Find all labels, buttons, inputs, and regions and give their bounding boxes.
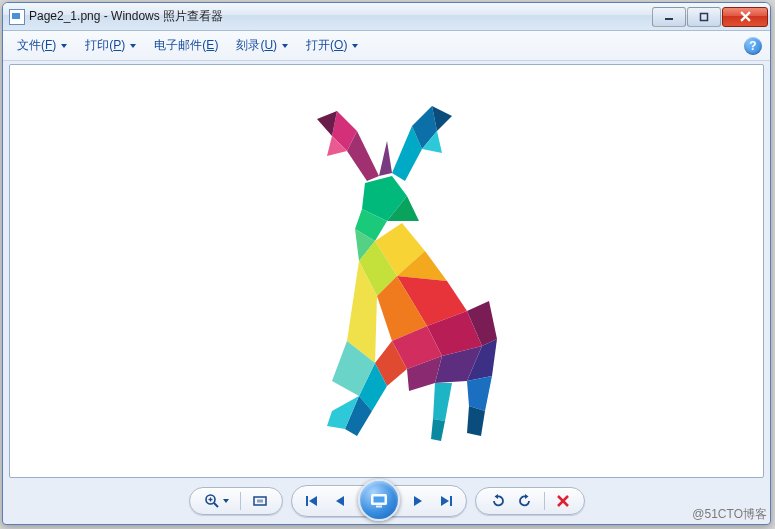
minimize-icon xyxy=(664,12,674,22)
svg-marker-46 xyxy=(336,496,344,506)
svg-marker-50 xyxy=(414,496,422,506)
slideshow-button[interactable] xyxy=(358,479,400,521)
chevron-down-icon xyxy=(61,44,67,48)
delete-button[interactable] xyxy=(552,492,574,510)
titlebar[interactable]: Page2_1.png - Windows 照片查看器 xyxy=(3,3,770,31)
separator xyxy=(240,492,241,510)
photo-viewer-window: Page2_1.png - Windows 照片查看器 文件(F) 打印(P) … xyxy=(2,2,771,525)
fit-to-window-button[interactable] xyxy=(248,491,272,511)
svg-marker-36 xyxy=(433,383,452,421)
chevron-down-icon xyxy=(282,44,288,48)
delete-icon xyxy=(556,494,570,508)
svg-marker-27 xyxy=(467,376,492,411)
rotate-ccw-button[interactable] xyxy=(486,491,510,511)
menubar: 文件(F) 打印(P) 电子邮件(E) 刻录(U) 打开(O) ? xyxy=(3,31,770,61)
menu-open[interactable]: 打开(O) xyxy=(300,34,364,57)
svg-rect-52 xyxy=(450,496,452,506)
chevron-down-icon xyxy=(352,44,358,48)
svg-rect-43 xyxy=(257,500,263,503)
chevron-down-icon xyxy=(223,499,229,503)
next-icon xyxy=(410,493,426,509)
magnifier-icon xyxy=(204,493,220,509)
last-button[interactable] xyxy=(434,489,458,513)
svg-marker-37 xyxy=(431,419,445,441)
minimize-button[interactable] xyxy=(652,7,686,27)
first-button[interactable] xyxy=(300,489,324,513)
app-icon xyxy=(9,9,25,25)
help-button[interactable]: ? xyxy=(744,37,762,55)
svg-marker-51 xyxy=(441,496,449,506)
svg-rect-44 xyxy=(306,496,308,506)
displayed-image xyxy=(237,101,537,441)
zoom-button[interactable] xyxy=(200,491,233,511)
zoom-group xyxy=(189,487,283,515)
svg-marker-28 xyxy=(467,406,485,436)
close-icon xyxy=(740,11,751,22)
first-icon xyxy=(304,493,320,509)
svg-rect-1 xyxy=(701,13,708,20)
close-button[interactable] xyxy=(722,7,768,27)
svg-marker-53 xyxy=(494,494,498,499)
last-icon xyxy=(438,493,454,509)
svg-marker-12 xyxy=(379,141,392,176)
menu-burn[interactable]: 刻录(U) xyxy=(230,34,294,57)
window-controls xyxy=(652,7,768,27)
chevron-down-icon xyxy=(130,44,136,48)
rotate-cw-button[interactable] xyxy=(513,491,537,511)
image-viewport[interactable] xyxy=(9,64,764,478)
svg-rect-48 xyxy=(373,497,384,503)
svg-marker-54 xyxy=(525,494,529,499)
svg-rect-49 xyxy=(376,506,382,508)
svg-marker-45 xyxy=(309,496,317,506)
previous-button[interactable] xyxy=(328,489,352,513)
menu-print[interactable]: 打印(P) xyxy=(79,34,142,57)
menu-file[interactable]: 文件(F) xyxy=(11,34,73,57)
help-icon: ? xyxy=(749,39,756,53)
rotate-cw-icon xyxy=(517,493,533,509)
action-group xyxy=(475,487,585,515)
window-title: Page2_1.png - Windows 照片查看器 xyxy=(29,8,652,25)
maximize-icon xyxy=(699,12,709,22)
next-button[interactable] xyxy=(406,489,430,513)
navigation-group xyxy=(291,485,467,517)
menu-email[interactable]: 电子邮件(E) xyxy=(148,34,224,57)
slideshow-icon xyxy=(369,492,389,508)
separator xyxy=(544,492,545,510)
rotate-ccw-icon xyxy=(490,493,506,509)
fit-icon xyxy=(252,493,268,509)
previous-icon xyxy=(332,493,348,509)
bottom-toolbar xyxy=(3,480,770,524)
maximize-button[interactable] xyxy=(687,7,721,27)
svg-line-39 xyxy=(214,503,218,507)
watermark: @51CTO博客 xyxy=(692,506,767,523)
